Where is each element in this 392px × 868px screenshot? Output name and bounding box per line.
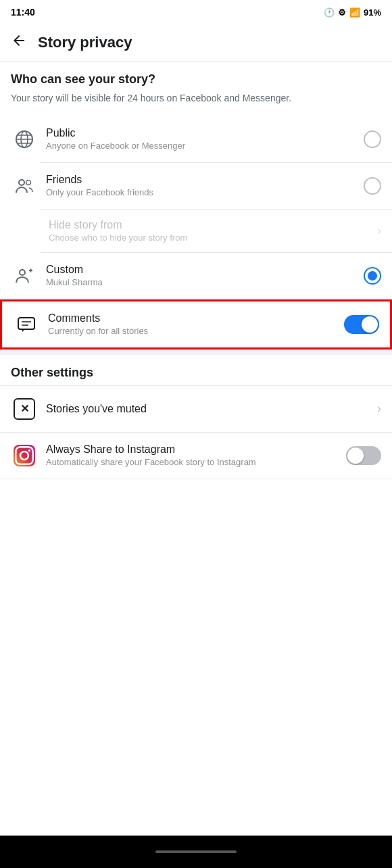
hide-label: Hide story from xyxy=(49,219,377,231)
public-text: Public Anyone on Facebook or Messenger xyxy=(46,127,364,151)
friends-radio[interactable] xyxy=(364,177,381,195)
comments-toggle-knob xyxy=(362,316,378,333)
instagram-text: Always Share to Instagram Automatically … xyxy=(46,443,346,467)
muted-text: Stories you've muted xyxy=(46,403,377,415)
public-radio[interactable] xyxy=(364,130,381,148)
comments-sublabel: Currently on for all stories xyxy=(48,326,344,336)
custom-option[interactable]: Custom Mukul Sharma xyxy=(0,253,392,299)
comments-option[interactable]: Comments Currently on for all stories xyxy=(2,302,390,347)
home-indicator xyxy=(155,850,237,853)
status-bar: 11:40 🕐 ⚙ 📶 91% xyxy=(0,0,392,24)
muted-icon-box: ✕ xyxy=(14,398,35,420)
other-settings-heading: Other settings xyxy=(0,355,392,385)
hide-option[interactable]: Hide story from Choose who to hide your … xyxy=(0,210,392,252)
friends-text: Friends Only your Facebook friends xyxy=(46,174,364,197)
friends-label: Friends xyxy=(46,174,364,186)
friends-sublabel: Only your Facebook friends xyxy=(46,187,364,197)
friends-option[interactable]: Friends Only your Facebook friends xyxy=(0,163,392,209)
custom-sublabel: Mukul Sharma xyxy=(46,277,364,287)
public-icon xyxy=(11,126,38,153)
battery-text: 91% xyxy=(364,7,381,18)
instagram-sublabel: Automatically share your Facebook story … xyxy=(46,457,346,467)
public-option[interactable]: Public Anyone on Facebook or Messenger xyxy=(0,116,392,162)
bottom-bar xyxy=(0,836,392,868)
hide-chevron: › xyxy=(377,224,381,238)
instagram-toggle-knob xyxy=(347,448,364,464)
instagram-label: Always Share to Instagram xyxy=(46,443,346,456)
comments-text: Comments Currently on for all stories xyxy=(48,312,344,336)
hide-text: Hide story from Choose who to hide your … xyxy=(49,219,377,243)
custom-radio[interactable] xyxy=(364,267,381,285)
back-button[interactable] xyxy=(11,32,27,53)
public-sublabel: Anyone on Facebook or Messenger xyxy=(46,141,364,151)
signal-icon: 📶 xyxy=(349,7,360,18)
custom-text: Custom Mukul Sharma xyxy=(46,264,364,287)
hide-sublabel: Choose who to hide your story from xyxy=(49,233,377,243)
status-icons: 🕐 ⚙ 📶 91% xyxy=(324,7,381,18)
main-content: Who can see your story? Your story will … xyxy=(0,62,392,836)
instagram-option[interactable]: Always Share to Instagram Automatically … xyxy=(0,433,392,479)
who-can-see-desc: Your story will be visible for 24 hours … xyxy=(11,92,381,105)
comments-label: Comments xyxy=(48,312,344,324)
comments-highlight-box: Comments Currently on for all stories xyxy=(0,299,392,349)
alarm-icon: 🕐 xyxy=(324,7,335,18)
section-divider xyxy=(0,349,392,355)
svg-rect-10 xyxy=(18,318,34,329)
instagram-toggle[interactable] xyxy=(346,446,381,465)
friends-icon xyxy=(11,172,38,199)
who-can-see-section: Who can see your story? Your story will … xyxy=(0,62,392,105)
muted-label: Stories you've muted xyxy=(46,403,377,415)
comments-icon xyxy=(13,311,40,338)
public-label: Public xyxy=(46,127,364,139)
instagram-icon-box xyxy=(14,445,35,466)
muted-option[interactable]: ✕ Stories you've muted › xyxy=(0,386,392,432)
muted-chevron: › xyxy=(377,402,381,416)
custom-label: Custom xyxy=(46,264,364,276)
bluetooth-icon: ⚙ xyxy=(338,7,346,18)
svg-point-7 xyxy=(20,270,25,275)
svg-point-5 xyxy=(19,180,24,185)
comments-toggle[interactable] xyxy=(344,315,379,334)
instagram-icon xyxy=(11,442,38,469)
status-time: 11:40 xyxy=(11,7,35,18)
header: Story privacy xyxy=(0,24,392,62)
page-title: Story privacy xyxy=(38,34,132,51)
who-can-see-heading: Who can see your story? xyxy=(11,72,381,87)
muted-icon: ✕ xyxy=(11,395,38,423)
divider-7 xyxy=(0,479,392,479)
custom-icon xyxy=(11,262,38,289)
svg-point-6 xyxy=(26,180,31,185)
